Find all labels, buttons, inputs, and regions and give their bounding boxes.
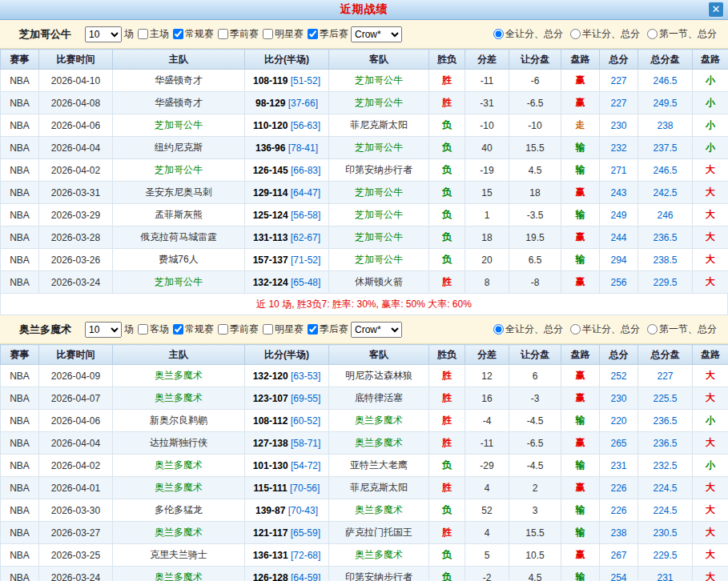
total-points-cell: 220 <box>600 410 638 432</box>
filter-checkbox[interactable]: 明星赛 <box>259 323 304 336</box>
handicap-result-cell: 赢 <box>561 92 600 114</box>
radio-label: 全让分、总分 <box>505 27 563 41</box>
full-handicap-total-radio[interactable] <box>493 324 504 335</box>
total-points-cell: 294 <box>600 249 638 271</box>
score-cell: 108-119 [51-52] <box>245 70 329 92</box>
away-team-cell: 奥兰多魔术 <box>329 432 429 455</box>
half-score: [78-41] <box>288 142 318 154</box>
preseason-checkbox[interactable] <box>218 29 228 39</box>
summary-row: 近 10 场, 胜3负7: 胜率: 30%, 赢率: 50% 大率: 60% <box>0 294 728 315</box>
result-cell: 负 <box>429 567 465 581</box>
column-header: 让分盘 <box>509 50 561 70</box>
filter-checkbox[interactable]: 明星赛 <box>259 27 304 41</box>
league-cell: NBA <box>1 522 39 544</box>
filter-radio[interactable]: 第一节、总分 <box>643 323 717 336</box>
filter-checkbox[interactable]: 常规赛 <box>169 27 214 41</box>
table-body: NBA 2026-04-10 华盛顿奇才 108-119 [51-52] 芝加哥… <box>1 70 728 294</box>
half-score: [56-63] <box>291 120 320 131</box>
point-diff-cell: 52 <box>465 499 509 522</box>
point-diff-cell: 8 <box>465 271 509 294</box>
league-cell: NBA <box>1 249 39 271</box>
total-points-cell: 271 <box>600 159 638 182</box>
all-star-checkbox[interactable] <box>263 29 273 39</box>
handicap-result-cell: 赢 <box>561 365 600 387</box>
handicap-cell: 6.5 <box>509 249 561 271</box>
regular-season-checkbox[interactable] <box>173 29 183 39</box>
full-score: 98-129 <box>255 98 285 109</box>
filter-checkbox[interactable]: 季前赛 <box>214 323 259 336</box>
league-cell: NBA <box>1 567 39 581</box>
total-result-cell: 大 <box>693 226 728 249</box>
half-score: [65-48] <box>291 277 320 288</box>
filter-checkbox[interactable]: 季后赛 <box>304 323 348 336</box>
filter-checkbox[interactable]: 常规赛 <box>169 323 214 336</box>
home-team-cell: 芝加哥公牛 <box>113 159 245 182</box>
filter-radio[interactable]: 半让分、总分 <box>566 323 640 336</box>
handicap-result-cell: 赢 <box>561 226 600 249</box>
total-line-cell: 232.5 <box>638 455 693 477</box>
summary-text: 近 10 场, 胜3负7: 胜率: 30%, 赢率: 50% 大率: 60% <box>256 298 472 311</box>
games-count-suffix: 场 <box>124 27 134 41</box>
home-team-cell: 奥兰多魔术 <box>113 477 245 499</box>
home-checkbox[interactable] <box>138 29 148 39</box>
column-header: 盘路 <box>561 345 600 365</box>
total-points-cell: 227 <box>600 70 638 92</box>
date-cell: 2026-03-27 <box>39 522 113 544</box>
filter-radio[interactable]: 全让分、总分 <box>489 27 563 41</box>
filter-type-select[interactable]: Crow* <box>351 26 402 42</box>
total-result-cell: 大 <box>693 477 728 499</box>
point-diff-cell: 15 <box>465 182 509 204</box>
league-cell: NBA <box>1 544 39 567</box>
point-diff-cell: -2 <box>465 567 509 581</box>
filter-checkbox[interactable]: 季前赛 <box>214 27 259 41</box>
filter-radio[interactable]: 全让分、总分 <box>489 323 563 336</box>
playoffs-checkbox[interactable] <box>308 324 318 335</box>
score-cell: 132-120 [63-53] <box>245 365 329 387</box>
column-header: 比赛时间 <box>39 345 113 365</box>
full-score: 132-124 <box>253 277 288 288</box>
total-line-cell: 224.5 <box>638 499 693 522</box>
filter-checkbox[interactable]: 客场 <box>134 323 169 336</box>
first-quarter-total-radio[interactable] <box>647 324 658 335</box>
total-result-cell: 大 <box>693 365 728 387</box>
table-row: NBA 2026-03-26 费城76人 157-137 [71-52] 芝加哥… <box>1 249 728 271</box>
all-star-checkbox[interactable] <box>263 324 273 335</box>
league-cell: NBA <box>1 92 39 114</box>
half-handicap-total-radio[interactable] <box>570 324 581 335</box>
handicap-cell: -3.5 <box>509 204 561 226</box>
home-team-cell: 芝加哥公牛 <box>113 271 245 294</box>
away-checkbox[interactable] <box>138 324 148 335</box>
total-line-cell: 231 <box>638 567 693 581</box>
handicap-cell: -4.5 <box>509 410 561 432</box>
column-header: 赛事 <box>1 345 39 365</box>
total-line-cell: 230.5 <box>638 522 693 544</box>
score-cell: 98-129 [37-66] <box>245 92 329 114</box>
home-team-cell: 孟菲斯灰熊 <box>113 204 245 226</box>
filter-bar: 芝加哥公牛 10 场 主场 常规赛 季前赛 明星赛 季后赛 Crow* 全让分、… <box>0 20 728 49</box>
column-header: 让分盘 <box>509 345 561 365</box>
playoffs-checkbox[interactable] <box>308 29 318 39</box>
checkbox-label: 明星赛 <box>275 323 304 336</box>
filter-checkbox[interactable]: 主场 <box>134 27 169 41</box>
total-result-cell: 大 <box>693 544 728 567</box>
regular-season-checkbox[interactable] <box>173 324 183 335</box>
games-count-select[interactable]: 10 <box>85 322 122 338</box>
filter-radio[interactable]: 第一节、总分 <box>643 27 717 41</box>
filter-type-select[interactable]: Crow* <box>351 322 402 338</box>
first-quarter-total-radio[interactable] <box>647 29 658 39</box>
full-handicap-total-radio[interactable] <box>493 29 504 39</box>
half-handicap-total-radio[interactable] <box>570 29 581 39</box>
result-cell: 胜 <box>429 70 465 92</box>
filter-radios: 全让分、总分 半让分、总分 第一节、总分 <box>486 27 717 41</box>
half-score: [60-52] <box>291 415 320 427</box>
date-cell: 2026-04-01 <box>39 477 113 499</box>
filter-radio[interactable]: 半让分、总分 <box>566 27 640 41</box>
close-button[interactable]: ✕ <box>708 2 724 18</box>
games-count-select[interactable]: 10 <box>85 26 122 42</box>
team-name: 奥兰多魔术 <box>19 323 71 337</box>
column-header: 比分(半场) <box>245 50 329 70</box>
filter-checkbox[interactable]: 季后赛 <box>304 27 348 41</box>
checkbox-label: 季后赛 <box>320 323 348 336</box>
preseason-checkbox[interactable] <box>218 324 228 335</box>
table-header-row: 赛事比赛时间主队比分(半场)客队胜负分差让分盘盘路总分总分盘盘路 <box>1 50 728 70</box>
